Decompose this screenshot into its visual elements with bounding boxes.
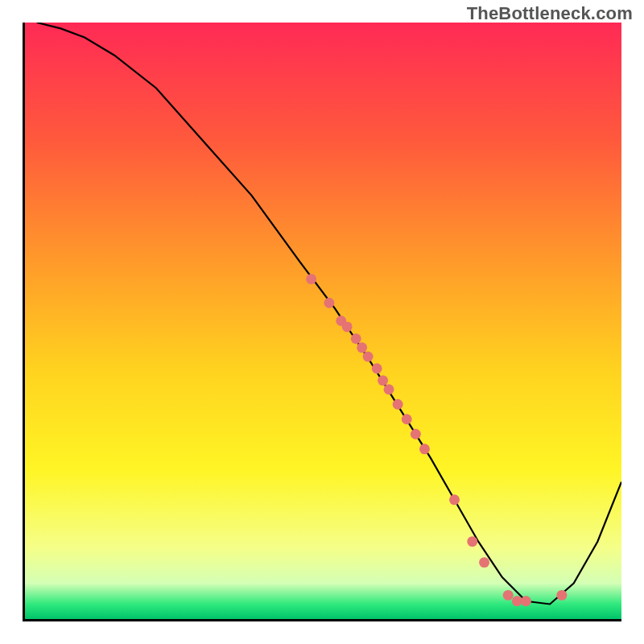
- chart-container: TheBottleneck.com: [0, 0, 644, 644]
- data-point: [503, 590, 514, 601]
- data-point: [393, 399, 403, 410]
- data-point: [512, 596, 522, 606]
- data-point: [419, 444, 430, 454]
- data-point: [411, 429, 421, 440]
- plot-area: [23, 23, 621, 621]
- data-point: [402, 414, 412, 424]
- data-point: [342, 321, 353, 332]
- data-point: [324, 298, 334, 308]
- data-point: [378, 375, 388, 386]
- chart-svg: [25, 23, 621, 619]
- data-point: [351, 333, 361, 344]
- data-point: [372, 363, 382, 374]
- data-point: [363, 351, 374, 361]
- data-point: [449, 494, 460, 505]
- gradient-background: [25, 23, 621, 619]
- watermark-text: TheBottleneck.com: [467, 3, 633, 24]
- data-point: [467, 536, 477, 547]
- data-point: [479, 557, 489, 568]
- data-point: [384, 384, 394, 394]
- data-point: [556, 590, 567, 601]
- data-point: [357, 342, 367, 353]
- data-point: [306, 274, 316, 284]
- data-point: [521, 596, 531, 606]
